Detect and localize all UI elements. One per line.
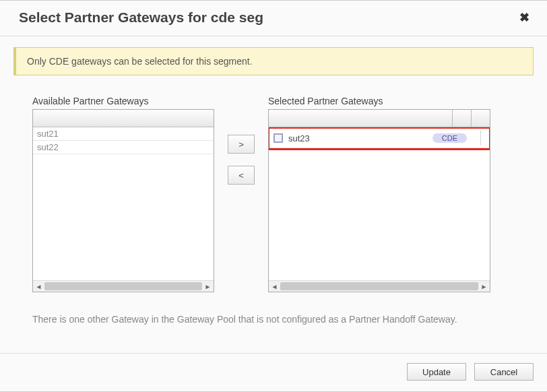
update-button[interactable]: Update <box>407 363 466 381</box>
cancel-button[interactable]: Cancel <box>474 363 534 381</box>
scroll-track[interactable] <box>44 282 202 290</box>
available-label: Available Partner Gateways <box>32 96 214 106</box>
selected-list-header <box>269 110 490 127</box>
selected-panel: Selected Partner Gateways sut23 CDE <box>268 96 490 292</box>
close-icon[interactable]: ✖ <box>515 9 534 26</box>
selected-scrollbar[interactable]: ◄ ► <box>269 280 490 292</box>
dialog-title: Select Partner Gateways for cde seg <box>19 9 263 26</box>
selected-header-col-1 <box>452 110 471 127</box>
add-button[interactable]: > <box>228 135 255 154</box>
scroll-left-icon[interactable]: ◄ <box>33 281 44 292</box>
available-list-header <box>33 110 214 127</box>
list-item[interactable]: sut23 CDE <box>269 129 489 148</box>
available-scrollbar[interactable]: ◄ ► <box>33 280 214 292</box>
available-listbox[interactable]: sut21 sut22 ◄ ► <box>32 109 214 292</box>
selected-header-col-2 <box>471 110 490 127</box>
info-notice: Only CDE gateways can be selected for th… <box>13 47 534 75</box>
scroll-track[interactable] <box>280 282 478 290</box>
scroll-left-icon[interactable]: ◄ <box>269 281 280 292</box>
available-panel: Available Partner Gateways sut21 sut22 ◄… <box>32 96 214 292</box>
dialog-body: Available Partner Gateways sut21 sut22 ◄… <box>0 75 547 299</box>
cde-badge: CDE <box>432 133 467 143</box>
checkbox-icon[interactable] <box>274 133 283 143</box>
available-list-items: sut21 sut22 <box>33 127 214 280</box>
dialog-header: Select Partner Gateways for cde seg ✖ <box>0 1 547 36</box>
list-item[interactable]: sut22 <box>33 141 214 154</box>
scroll-right-icon[interactable]: ► <box>202 281 214 292</box>
list-item[interactable]: sut21 <box>33 127 214 141</box>
dialog-footer: Update Cancel <box>0 353 547 391</box>
footer-note: There is one other Gateway in the Gatewa… <box>0 299 547 330</box>
scroll-right-icon[interactable]: ► <box>478 281 490 292</box>
selected-list-items: sut23 CDE <box>269 127 490 280</box>
selected-item-name: sut23 <box>288 133 427 143</box>
selected-header-col-main <box>269 110 452 127</box>
selected-row-highlight: sut23 CDE <box>269 127 490 150</box>
selected-listbox[interactable]: sut23 CDE ◄ ► <box>268 109 490 292</box>
info-notice-text: Only CDE gateways can be selected for th… <box>27 56 253 67</box>
transfer-buttons: > < <box>228 135 255 292</box>
selected-label: Selected Partner Gateways <box>268 96 490 106</box>
remove-button[interactable]: < <box>228 166 255 185</box>
partner-gateways-dialog: Select Partner Gateways for cde seg ✖ On… <box>0 0 547 392</box>
row-separator <box>480 131 481 145</box>
